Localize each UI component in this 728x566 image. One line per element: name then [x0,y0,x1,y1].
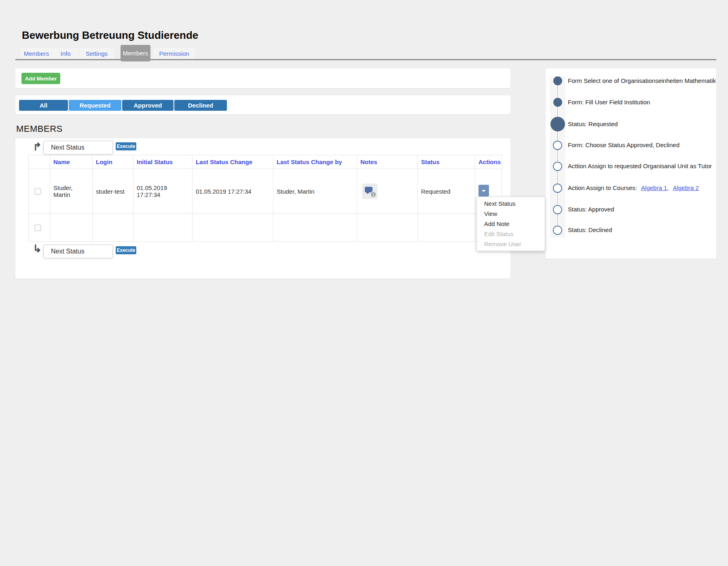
filter-requested[interactable]: Requested [69,100,121,111]
workflow-step-dot-pending [553,184,562,193]
workflow-step-dot-pending [553,162,562,171]
workflow-step-dot-pending [553,205,562,214]
workflow-step-label: Acttion Assign to requested Organisanal … [568,162,712,171]
cell-login: studer-test [93,169,133,214]
table-row: Studer, Martin studer-test 01.05.2019 17… [29,169,502,214]
status-filter-panel: All Requested Approved Declined [15,95,510,114]
header-login[interactable]: Login [93,155,133,169]
cell-last-status-change-by: Studer, Martin [273,169,357,214]
filter-approved[interactable]: Approved [122,100,174,111]
next-status-select-top[interactable]: Next Status [43,141,113,154]
header-select [29,155,50,169]
course-link-algebra-1[interactable]: Algebra 1, [641,184,669,191]
menu-item-add-note[interactable]: Add Note [477,219,545,229]
filter-declined[interactable]: Declined [174,100,227,111]
execute-button-top[interactable]: Execute [116,142,136,150]
workflow-step-dot-done [553,98,562,107]
course-link-algebra-2[interactable]: Algebra 2 [673,184,699,191]
status-filter-group: All Requested Approved Declined [19,100,227,111]
tab-info[interactable]: Info [53,48,78,59]
next-status-select-bottom[interactable]: Next Status [43,245,113,258]
caret-down-icon [482,190,486,194]
cell-status: Requested [418,169,475,214]
row-checkbox[interactable] [34,224,41,231]
workflow-step-label: Form: Choose Status Approved, Declined [568,141,679,150]
tab-permission[interactable]: Permission [153,48,195,59]
header-name[interactable]: Name [50,155,93,169]
tab-tooltip-members: Members [121,45,150,61]
members-table: Name Login Initial Status Last Status Ch… [28,155,502,242]
workflow-step-label: Action Assign to Courses: Algebra 1, Alg… [568,184,699,192]
add-member-panel: Add Member [15,68,510,88]
row-actions-menu: Next Status View Add Note Edit Status Re… [476,196,545,251]
workflow-step-label: Form Select one of Organisationseinheite… [568,76,716,85]
workflow-step-dot-pending [553,141,562,150]
row-actions-dropdown-button[interactable] [478,185,489,196]
header-initial-status[interactable]: Initial Status [133,155,193,169]
workflow-step-dot-pending [553,226,562,235]
workflow-step-dot-done [553,76,562,85]
table-row-empty [29,214,502,242]
level-up-arrow-icon: ↱ [33,142,42,152]
members-panel: ↱ Next Status Execute Name Login Initial… [15,138,510,279]
filter-all[interactable]: All [19,100,68,111]
tab-settings[interactable]: Settings [79,48,114,59]
execute-button-bottom[interactable]: Execute [116,246,136,254]
workflow-step-label: Status: Requested [568,120,618,129]
page-title: Bewerbung Betreuung Studierende [22,29,198,42]
workflow-step-text: Action Assign to Courses: [568,184,637,191]
tab-members[interactable]: Members [21,48,52,59]
cell-name: Studer, Martin [50,169,93,214]
workflow-step-label: Status: Declined [568,226,612,234]
cell-initial-status: 01.05.2019 17:27:34 [133,169,193,214]
table-header-row: Name Login Initial Status Last Status Ch… [29,155,502,169]
header-last-status-change-by[interactable]: Last Status Change by [273,155,357,169]
members-heading: MEMBERS [16,124,63,134]
level-down-arrow-icon: ↳ [33,243,42,254]
header-notes[interactable]: Notes [357,155,418,169]
workflow-step-label: Status: Approved [568,205,614,214]
menu-item-remove-user: Remove User [477,239,545,249]
workflow-step-dot-current [550,117,565,131]
notes-button[interactable]: 1 [362,184,377,199]
header-actions[interactable]: Actions [475,155,502,169]
add-member-button[interactable]: Add Member [21,73,60,84]
header-status[interactable]: Status [418,155,475,169]
workflow-step-label: Form: Fill User Field Institution [568,98,650,107]
menu-item-next-status[interactable]: Next Status [477,199,545,209]
header-last-status-change[interactable]: Last Status Change [193,155,273,169]
workflow-panel: Form Select one of Organisationseinheite… [546,68,716,259]
menu-item-edit-status: Edit Status [477,229,545,239]
menu-item-view[interactable]: View [477,209,545,219]
row-checkbox[interactable] [34,188,41,195]
notes-count-badge: 1 [370,191,377,198]
cell-last-status-change: 01.05.2019 17:27:34 [193,169,273,214]
